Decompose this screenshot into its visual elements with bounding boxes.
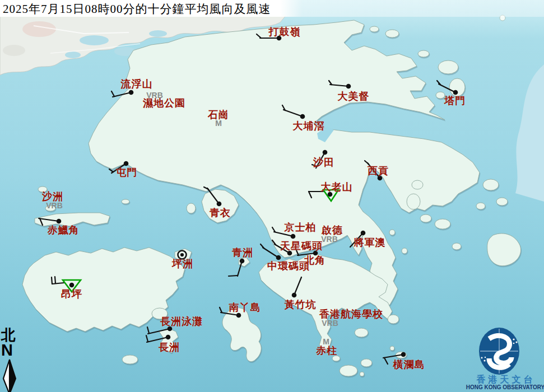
title-bar: 2025年7月15日08時00分的十分鐘平均風向及風速 <box>0 0 544 17</box>
sha-chau-islet <box>45 206 55 211</box>
hei-ling-chau <box>152 308 168 319</box>
hko-name-en: HONG KONG OBSERVATORY <box>466 384 544 390</box>
hko-logo-icon <box>467 326 534 377</box>
hko-wind-map-page: { "title": "2025年7月15日08時00分的十分鐘平均風向及風速"… <box>0 0 544 392</box>
hong-kong-map <box>0 0 544 392</box>
north-label-en: N <box>1 343 24 357</box>
tung-lung <box>388 315 399 324</box>
ma-wan <box>187 203 196 213</box>
north-compass: 北 N <box>1 328 24 392</box>
north-arrow-icon <box>1 358 21 392</box>
shek-kwu-chau <box>122 355 138 364</box>
map-title: 2025年7月15日08時00分的十分鐘平均風向及風速 <box>3 1 271 17</box>
waglan-islet <box>396 352 407 358</box>
tap-mun-islet <box>449 78 465 96</box>
